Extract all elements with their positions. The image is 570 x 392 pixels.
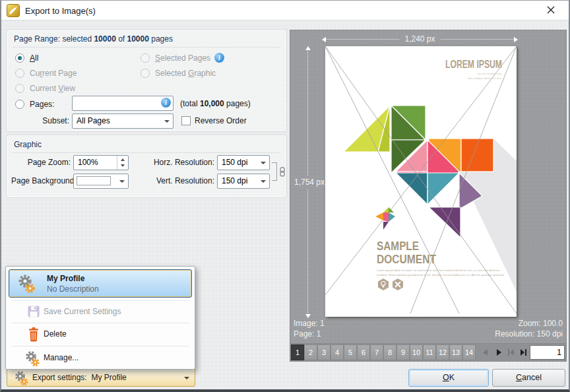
radio-current-view-label: Current View: [30, 84, 75, 93]
radio-selected-pages: [141, 53, 150, 63]
width-ruler: 1,240 px: [323, 39, 517, 40]
close-icon[interactable]: [546, 5, 558, 16]
cancel-button[interactable]: Cancel: [492, 369, 565, 387]
export-settings-bar[interactable]: Export settings: My Profile: [7, 368, 195, 387]
page-button[interactable]: 8: [383, 344, 396, 360]
page-button[interactable]: 10: [410, 344, 423, 360]
horz-resolution-value: 150 dpi: [222, 158, 247, 167]
info-icon[interactable]: i: [214, 53, 224, 63]
preview-panel: 1,240 px 1,754 px: [290, 30, 567, 362]
export-settings-text: Export settings: My Profile: [32, 373, 127, 382]
radio-pages[interactable]: [15, 100, 24, 109]
bulb-badge-icon: [378, 278, 389, 290]
page-background-label: Page Background:: [11, 176, 71, 185]
page-zoom-label: Page Zoom:: [11, 158, 71, 167]
graphic-group: Graphic Page Zoom: 100% Horz. Resolution…: [7, 135, 286, 197]
spinner-buttons[interactable]: [117, 156, 128, 170]
app-icon: [7, 4, 20, 20]
arrow-left-icon: [322, 37, 326, 42]
status-image: Image: 1: [294, 319, 325, 328]
page-button[interactable]: 13: [449, 344, 462, 360]
radio-current-page: [15, 69, 24, 78]
radio-selected-pages-label: Selected Pages: [155, 53, 210, 63]
save-label: Save Current Settings: [44, 307, 121, 316]
chain-link-icon[interactable]: [279, 167, 286, 180]
page-button[interactable]: 1: [291, 344, 304, 360]
radio-current-view: [15, 84, 24, 93]
horz-resolution-label: Horz. Resolution:: [137, 158, 214, 167]
reverse-order-label: Reverse Order: [195, 116, 247, 125]
divider: [13, 152, 280, 153]
document-preview-page[interactable]: LOREM IPSUM eu usu lucilius sea, ferri m…: [325, 46, 517, 317]
page-button[interactable]: 5: [344, 344, 357, 360]
export-to-images-dialog: Export to Image(s) Page Range: selected …: [0, 0, 570, 392]
export-settings-menu: My Profile No Description Save Current S…: [5, 266, 195, 370]
status-page: Page: 1: [294, 329, 321, 339]
status-resolution: Resolution: 150 dpi: [495, 329, 563, 339]
pages-input[interactable]: [72, 96, 174, 111]
tools-badge-icon: [393, 278, 403, 290]
next-page-icon[interactable]: [492, 344, 505, 360]
ok-button[interactable]: OK: [408, 369, 489, 387]
page-zoom-value: 100%: [78, 158, 98, 167]
radio-all[interactable]: [15, 53, 24, 63]
sample-document-art: LOREM IPSUM eu usu lucilius sea, ferri m…: [325, 46, 517, 317]
doc-subtitle-2: ferri meliore delenit te usu.: [468, 77, 502, 80]
page-button[interactable]: 2: [304, 344, 317, 360]
doc-body-1: Lorem ipsum dolor sit amet, eu erat luci…: [377, 269, 500, 272]
delete-label: Delete: [44, 329, 67, 339]
page-zoom-spinner[interactable]: 100%: [73, 155, 129, 170]
height-ruler: 1,754 px: [307, 48, 308, 317]
subset-value: All Pages: [77, 116, 110, 125]
menu-item-my-profile[interactable]: My Profile No Description: [9, 269, 192, 298]
height-ruler-label: 1,754 px: [293, 176, 326, 189]
chevron-down-icon: [261, 180, 266, 183]
page-range-group: Page Range: selected 10000 of 10000 page…: [7, 30, 286, 131]
title-bar: Export to Image(s): [1, 1, 569, 20]
profile-title: My Profile: [47, 274, 84, 283]
window-title: Export to Image(s): [25, 6, 96, 16]
divider: [13, 47, 280, 48]
vert-resolution-dropdown[interactable]: 150 dpi: [217, 174, 270, 189]
subset-dropdown[interactable]: All Pages: [72, 114, 174, 129]
page-number-input[interactable]: [530, 345, 565, 360]
arrow-down-icon: [305, 314, 311, 318]
page-button[interactable]: 9: [396, 344, 410, 360]
page-button[interactable]: 7: [370, 344, 383, 360]
first-page-icon[interactable]: [505, 344, 517, 360]
page-background-dropdown[interactable]: [73, 174, 129, 189]
arrow-up-icon: [305, 46, 311, 50]
save-icon: [26, 304, 41, 321]
menu-item-manage[interactable]: Manage...: [6, 346, 195, 370]
menu-item-delete[interactable]: Delete: [6, 323, 195, 346]
width-ruler-label: 1,240 px: [399, 34, 440, 44]
doc-title: LOREM IPSUM: [445, 59, 502, 70]
status-zoom: Zoom: 100.0: [519, 319, 563, 328]
page-button[interactable]: 6: [357, 344, 370, 360]
chevron-down-icon: [261, 162, 266, 164]
spin-down-icon: [121, 164, 125, 167]
reverse-order-checkbox[interactable]: [181, 116, 191, 125]
page-button[interactable]: 14: [462, 344, 476, 360]
radio-selected-graphic: [141, 69, 150, 78]
page-button[interactable]: 11: [423, 344, 436, 360]
menu-item-save-current-settings[interactable]: Save Current Settings: [6, 301, 195, 323]
gears-icon: [17, 273, 37, 298]
manage-label: Manage...: [44, 353, 79, 362]
prev-page-icon[interactable]: [480, 344, 492, 360]
subset-label: Subset:: [14, 116, 69, 125]
page-button[interactable]: 3: [317, 344, 331, 360]
page-button[interactable]: 12: [436, 344, 449, 360]
trash-icon: [27, 327, 40, 345]
chevron-down-icon: [119, 180, 125, 183]
chevron-down-icon: [164, 120, 170, 123]
horz-resolution-dropdown[interactable]: 150 dpi: [217, 155, 270, 170]
doc-body-2: insolens. Erant oporteat posidonium ei v…: [377, 273, 505, 277]
page-range-header: Page Range: selected 10000 of 10000 page…: [14, 34, 173, 44]
profile-subtitle: No Description: [47, 284, 99, 294]
page-strip: 1 2 3 4 5 6 7 8 9 10 11 12 13 14: [290, 343, 566, 361]
last-page-icon[interactable]: [517, 344, 530, 360]
page-button[interactable]: 4: [331, 344, 344, 360]
graphic-header: Graphic: [14, 140, 42, 149]
radio-all-label: All: [30, 53, 38, 63]
